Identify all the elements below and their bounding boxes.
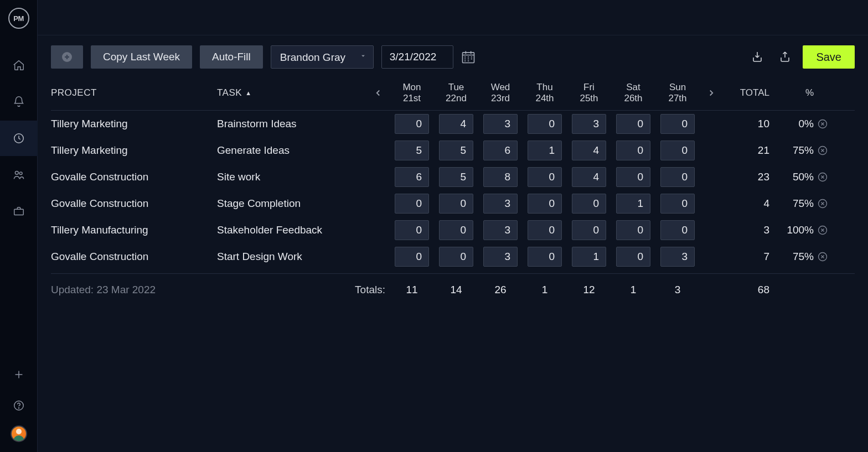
- sidebar: PM: [0, 0, 38, 452]
- hours-input[interactable]: [395, 141, 429, 160]
- hours-input[interactable]: [439, 220, 473, 240]
- hours-input[interactable]: [616, 247, 650, 267]
- nav-notifications[interactable]: [0, 84, 38, 120]
- user-avatar[interactable]: [11, 425, 27, 442]
- delete-row-button[interactable]: [814, 145, 831, 156]
- delete-row-button[interactable]: [814, 251, 831, 262]
- svg-rect-3: [14, 209, 23, 215]
- hours-input[interactable]: [483, 194, 518, 214]
- next-week-button[interactable]: [700, 82, 723, 104]
- hours-input[interactable]: [616, 114, 650, 134]
- auto-fill-button[interactable]: Auto-Fill: [200, 45, 263, 69]
- col-pct: %: [772, 87, 814, 98]
- nav-people[interactable]: [0, 157, 38, 193]
- hours-input[interactable]: [572, 167, 606, 187]
- col-project[interactable]: PROJECT: [51, 87, 217, 98]
- hours-input[interactable]: [395, 194, 429, 214]
- hours-input[interactable]: [439, 114, 473, 134]
- task-cell: Brainstorm Ideas: [217, 118, 366, 130]
- import-button[interactable]: [747, 47, 767, 67]
- hours-input[interactable]: [528, 247, 562, 267]
- svg-point-5: [18, 408, 19, 408]
- hours-input[interactable]: [660, 141, 695, 160]
- hours-input[interactable]: [395, 220, 429, 240]
- hours-input[interactable]: [483, 247, 518, 267]
- hours-input[interactable]: [528, 114, 562, 134]
- people-icon: [13, 169, 25, 181]
- hours-input[interactable]: [660, 167, 695, 187]
- date-input[interactable]: [381, 45, 453, 69]
- hours-input[interactable]: [528, 220, 562, 240]
- hours-input[interactable]: [395, 167, 429, 187]
- nav-home[interactable]: [0, 48, 38, 83]
- hours-input[interactable]: [616, 220, 650, 240]
- clock-icon: [13, 132, 25, 144]
- day-head-6: Sun27th: [655, 82, 700, 105]
- plus-circle-icon: [60, 50, 74, 64]
- bell-icon: [13, 96, 25, 108]
- col-task[interactable]: TASK ▲: [217, 87, 366, 98]
- delete-row-button[interactable]: [814, 225, 831, 236]
- project-cell: Tillery Marketing: [51, 144, 217, 157]
- hours-input[interactable]: [572, 194, 606, 214]
- hours-input[interactable]: [528, 141, 562, 160]
- day-head-3: Thu24th: [523, 82, 567, 105]
- hours-input[interactable]: [483, 220, 518, 240]
- hours-input[interactable]: [572, 247, 606, 267]
- table-row: Tillery ManufacturingStakeholder Feedbac…: [51, 217, 855, 243]
- app-logo: PM: [8, 8, 29, 29]
- add-row-button[interactable]: [51, 45, 83, 69]
- sort-asc-icon: ▲: [245, 90, 251, 96]
- close-circle-icon: [817, 225, 828, 236]
- project-cell: Tillery Manufacturing: [51, 224, 217, 236]
- hours-input[interactable]: [439, 194, 473, 214]
- day-total-1: 14: [434, 284, 478, 296]
- task-cell: Generate Ideas: [217, 144, 366, 157]
- close-circle-icon: [817, 118, 828, 129]
- delete-row-button[interactable]: [814, 118, 831, 129]
- hours-input[interactable]: [616, 141, 650, 160]
- hours-input[interactable]: [660, 194, 695, 214]
- hours-input[interactable]: [572, 141, 606, 160]
- hours-input[interactable]: [483, 141, 518, 160]
- nav-timesheets[interactable]: [0, 121, 38, 156]
- hours-input[interactable]: [439, 141, 473, 160]
- export-button[interactable]: [775, 47, 795, 67]
- main: Copy Last Week Auto-Fill Brandon Gray Sa…: [38, 0, 868, 452]
- hours-input[interactable]: [660, 114, 695, 134]
- hours-input[interactable]: [660, 247, 695, 267]
- table-row: Govalle ConstructionSite work2350%: [51, 164, 855, 190]
- hours-input[interactable]: [483, 114, 518, 134]
- table-row: Tillery MarketingGenerate Ideas2175%: [51, 137, 855, 164]
- copy-last-week-button[interactable]: Copy Last Week: [91, 45, 192, 69]
- user-select[interactable]: Brandon Gray: [271, 45, 374, 69]
- calendar-button[interactable]: [459, 48, 478, 66]
- hours-input[interactable]: [616, 194, 650, 214]
- top-spacer: [38, 0, 868, 35]
- nav-help[interactable]: [0, 394, 38, 417]
- hours-input[interactable]: [528, 194, 562, 214]
- row-pct: 75%: [772, 144, 814, 157]
- nav-briefcase[interactable]: [0, 194, 38, 229]
- svg-point-1: [15, 171, 18, 174]
- hours-input[interactable]: [439, 167, 473, 187]
- hours-input[interactable]: [483, 167, 518, 187]
- home-icon: [13, 59, 25, 71]
- project-cell: Tillery Marketing: [51, 118, 217, 130]
- toolbar: Copy Last Week Auto-Fill Brandon Gray Sa…: [38, 35, 868, 79]
- hours-input[interactable]: [395, 114, 429, 134]
- hours-input[interactable]: [572, 114, 606, 134]
- hours-input[interactable]: [528, 167, 562, 187]
- day-total-2: 26: [478, 284, 523, 296]
- save-button[interactable]: Save: [803, 45, 855, 69]
- hours-input[interactable]: [439, 247, 473, 267]
- prev-week-button[interactable]: [366, 82, 390, 104]
- hours-input[interactable]: [660, 220, 695, 240]
- hours-input[interactable]: [572, 220, 606, 240]
- day-total-3: 1: [523, 284, 567, 296]
- delete-row-button[interactable]: [814, 198, 831, 209]
- delete-row-button[interactable]: [814, 172, 831, 183]
- hours-input[interactable]: [395, 247, 429, 267]
- hours-input[interactable]: [616, 167, 650, 187]
- nav-add[interactable]: [0, 363, 38, 386]
